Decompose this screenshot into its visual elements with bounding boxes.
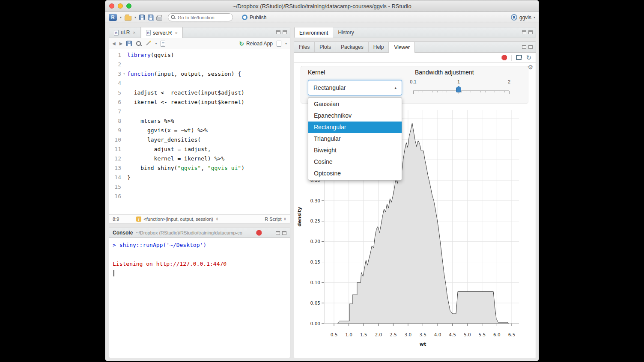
code-line[interactable]: 4 [109,79,290,88]
maximize-pane-icon[interactable] [282,231,286,235]
stop-app-icon[interactable] [501,55,507,60]
tab-ui-r[interactable]: Rui.R× [109,27,141,38]
save-all-icon[interactable] [148,15,153,20]
tab-plots[interactable]: Plots [315,42,336,52]
maximize-pane-icon[interactable] [528,45,533,49]
forward-icon[interactable]: ▶ [119,41,123,46]
minimize-pane-icon[interactable] [276,231,280,235]
kernel-option-epanechnikov[interactable]: Epanechnikov [308,110,402,122]
open-in-new-window-icon[interactable] [516,55,522,60]
compile-report-icon[interactable] [161,41,165,47]
tab-files[interactable]: Files [294,42,315,52]
magic-wand-icon[interactable] [146,41,151,46]
minimize-pane-icon[interactable] [522,30,526,34]
fold-marker-icon[interactable] [121,50,127,60]
tab-help[interactable]: Help [369,42,389,52]
kernel-dropdown: GaussianEpanechnikovRectangularTriangula… [308,97,402,181]
fold-marker-icon[interactable] [121,163,127,173]
chevron-down-icon[interactable]: ▾ [120,16,122,19]
close-icon[interactable]: × [175,30,177,36]
minimize-pane-icon[interactable] [522,45,526,49]
tab-viewer[interactable]: Viewer [389,42,414,53]
project-menu-button[interactable]: R ggvis ▾ [511,14,535,21]
code-line[interactable]: 11 adjust = iadjust, [109,145,290,154]
tab-history[interactable]: History [333,27,359,38]
code-line[interactable]: 1library(ggvis) [109,50,290,60]
chevron-down-icon[interactable]: ▾ [155,42,157,45]
chevron-down-icon[interactable]: ▾ [285,42,287,45]
chevron-up-icon: ▴ [394,86,397,90]
reload-app-button[interactable]: ↻ Reload App [239,41,273,47]
fold-marker-icon[interactable] [121,192,127,201]
fold-marker-icon[interactable] [121,182,127,192]
kernel-option-triangular[interactable]: Triangular [308,133,402,145]
close-window-button[interactable] [109,3,114,9]
scope-selector[interactable]: f <function>(input, output, session) ⇕ [136,217,218,222]
fold-marker-icon[interactable] [121,135,127,145]
code-line[interactable]: 10 layer_densities( [109,135,290,145]
line-number: 11 [109,145,121,154]
chevron-down-icon[interactable]: ▾ [134,16,136,19]
code-line[interactable]: 7 [109,107,290,116]
kernel-option-cosine[interactable]: Cosine [308,156,402,168]
publish-button[interactable]: Publish [242,15,266,21]
gear-icon[interactable]: ⚙ [528,64,533,71]
kernel-option-rectangular[interactable]: Rectangular [308,122,402,133]
titlebar[interactable]: ~/Dropbox (RStudio)/RStudio/training/dat… [105,0,539,12]
console-title[interactable]: Console [113,230,133,236]
code-line[interactable]: 14} [109,173,290,182]
fold-marker-icon[interactable] [121,116,127,126]
slider-tick [480,91,481,92]
output-tabs: FilesPlotsPackagesHelpViewer [294,42,415,52]
kernel-select[interactable]: Rectangular ▴ [308,80,402,95]
open-file-icon[interactable] [125,16,131,21]
maximize-pane-icon[interactable] [283,30,287,34]
code-line[interactable]: 6 ikernel <- reactive(input$kernel) [109,98,290,107]
code-editor[interactable]: 1library(ggvis)23▾function(input, output… [109,49,290,214]
fold-marker-icon[interactable] [121,88,127,98]
save-icon[interactable] [126,41,132,46]
find-replace-icon[interactable] [136,41,142,47]
code-line[interactable]: 2 [109,60,290,69]
refresh-icon[interactable]: ↻ [526,54,531,61]
code-line[interactable]: 13 bind_shiny("ggvis", "ggvis_ui") [109,163,290,173]
fold-marker-icon[interactable] [121,145,127,154]
print-icon[interactable] [156,16,162,21]
code-line[interactable]: 15 [109,182,290,192]
fold-marker-icon[interactable] [121,98,127,107]
code-line[interactable]: 5 iadjust <- reactive(input$adjust) [109,88,290,98]
kernel-option-optcosine[interactable]: Optcosine [308,168,402,179]
close-icon[interactable]: × [133,30,135,35]
fold-marker-icon[interactable]: ▾ [121,69,127,79]
code-line[interactable]: 12 kernel = ikernel) %>% [109,154,290,163]
maximize-pane-icon[interactable] [528,30,533,34]
zoom-window-button[interactable] [126,3,131,9]
save-icon[interactable] [139,15,145,20]
tab-server-r[interactable]: Rserver.R× [141,27,183,38]
fold-marker-icon[interactable] [121,79,127,88]
code-line[interactable]: 8 mtcars %>% [109,116,290,126]
kernel-option-gaussian[interactable]: Gaussian [308,98,402,110]
slider-handle[interactable] [456,86,461,92]
minimize-window-button[interactable] [118,3,123,9]
doc-type-selector[interactable]: R Script ⇕ [265,217,286,222]
fold-marker-icon[interactable] [121,107,127,116]
tab-environment[interactable]: Environment [294,27,333,38]
fold-marker-icon[interactable] [121,173,127,182]
back-icon[interactable]: ◀ [112,41,116,46]
fold-marker-icon[interactable] [121,60,127,69]
code-line[interactable]: 16 [109,192,290,201]
source-menu-icon[interactable] [277,41,281,47]
r-project-icon[interactable]: R [109,14,117,21]
fold-marker-icon[interactable] [121,154,127,163]
fold-marker-icon[interactable] [121,126,127,135]
minimize-pane-icon[interactable] [276,30,280,34]
tab-packages[interactable]: Packages [336,42,369,52]
kernel-option-biweight[interactable]: Biweight [308,145,402,156]
bandwidth-slider[interactable]: 0.1 1 2 [413,78,509,98]
stop-icon[interactable] [256,230,262,236]
code-line[interactable]: 3▾function(input, output, session) { [109,69,290,79]
goto-file-input[interactable] [168,13,233,21]
code-line[interactable]: 9 ggvis(x = ~wt) %>% [109,126,290,135]
console-body[interactable]: > shiny::runApp('~/Desktop') Listening o… [109,238,290,279]
